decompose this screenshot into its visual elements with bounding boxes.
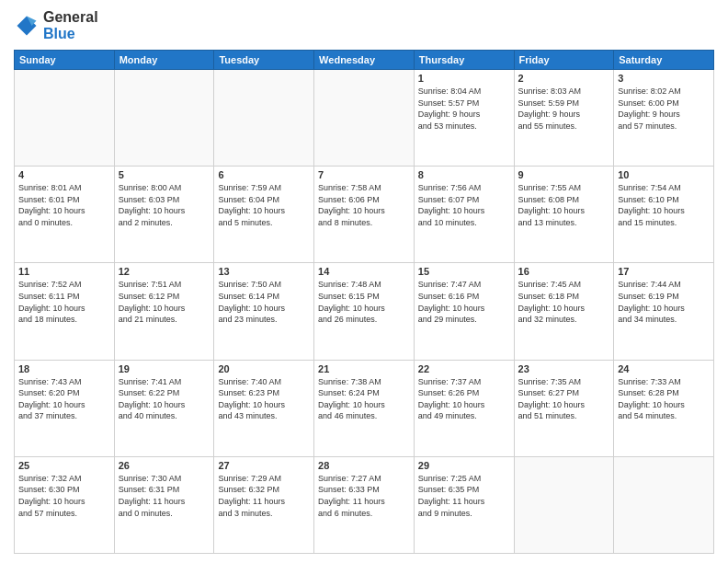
calendar-week-1: 4Sunrise: 8:01 AM Sunset: 6:01 PM Daylig… [15,167,714,263]
calendar-cell [114,70,214,167]
calendar-cell [214,70,314,167]
day-number: 27 [218,460,310,471]
calendar-cell: 12Sunrise: 7:51 AM Sunset: 6:12 PM Dayli… [114,263,214,360]
calendar-cell: 26Sunrise: 7:30 AM Sunset: 6:31 PM Dayli… [114,456,214,553]
calendar-cell: 16Sunrise: 7:45 AM Sunset: 6:18 PM Dayli… [514,263,614,360]
day-info: Sunrise: 7:38 AM Sunset: 6:24 PM Dayligh… [318,376,410,422]
day-number: 3 [618,73,710,84]
day-number: 5 [119,169,210,180]
day-number: 24 [618,363,710,374]
day-number: 4 [18,169,110,180]
day-number: 1 [418,73,510,84]
day-info: Sunrise: 8:01 AM Sunset: 6:01 PM Dayligh… [18,182,110,228]
calendar-cell: 25Sunrise: 7:32 AM Sunset: 6:30 PM Dayli… [15,456,115,553]
day-info: Sunrise: 7:29 AM Sunset: 6:32 PM Dayligh… [218,473,310,519]
svg-marker-0 [17,17,37,36]
calendar-cell: 2Sunrise: 8:03 AM Sunset: 5:59 PM Daylig… [514,70,614,167]
calendar-cell: 11Sunrise: 7:52 AM Sunset: 6:11 PM Dayli… [15,263,115,360]
day-number: 8 [418,169,510,180]
day-number: 18 [18,363,110,374]
weekday-header-monday: Monday [114,51,214,70]
day-number: 21 [318,363,410,374]
calendar-cell: 14Sunrise: 7:48 AM Sunset: 6:15 PM Dayli… [314,263,415,360]
day-info: Sunrise: 7:56 AM Sunset: 6:07 PM Dayligh… [418,182,510,228]
calendar-cell [514,456,614,553]
day-info: Sunrise: 7:55 AM Sunset: 6:08 PM Dayligh… [518,182,610,228]
calendar-cell: 4Sunrise: 8:01 AM Sunset: 6:01 PM Daylig… [15,167,115,263]
page: General Blue SundayMondayTuesdayWednesda… [0,0,728,563]
day-number: 9 [518,169,610,180]
logo-icon [14,13,40,39]
day-info: Sunrise: 7:44 AM Sunset: 6:19 PM Dayligh… [618,279,710,325]
day-info: Sunrise: 7:32 AM Sunset: 6:30 PM Dayligh… [18,473,110,519]
day-info: Sunrise: 7:52 AM Sunset: 6:11 PM Dayligh… [18,279,110,325]
day-number: 20 [218,363,310,374]
day-number: 6 [218,169,310,180]
calendar-cell: 9Sunrise: 7:55 AM Sunset: 6:08 PM Daylig… [514,167,614,263]
day-info: Sunrise: 8:02 AM Sunset: 6:00 PM Dayligh… [618,86,710,132]
day-number: 22 [418,363,510,374]
day-number: 23 [518,363,610,374]
day-info: Sunrise: 7:25 AM Sunset: 6:35 PM Dayligh… [418,473,510,519]
calendar-cell: 29Sunrise: 7:25 AM Sunset: 6:35 PM Dayli… [414,456,514,553]
calendar-cell: 18Sunrise: 7:43 AM Sunset: 6:20 PM Dayli… [15,360,115,456]
day-number: 10 [618,169,710,180]
day-number: 16 [518,266,610,277]
day-info: Sunrise: 7:40 AM Sunset: 6:23 PM Dayligh… [218,376,310,422]
weekday-header-thursday: Thursday [414,51,514,70]
day-info: Sunrise: 7:58 AM Sunset: 6:06 PM Dayligh… [318,182,410,228]
calendar-cell: 8Sunrise: 7:56 AM Sunset: 6:07 PM Daylig… [414,167,514,263]
day-info: Sunrise: 7:43 AM Sunset: 6:20 PM Dayligh… [18,376,110,422]
day-number: 12 [119,266,210,277]
header: General Blue [14,9,714,42]
calendar-table: SundayMondayTuesdayWednesdayThursdayFrid… [14,50,714,554]
day-info: Sunrise: 7:30 AM Sunset: 6:31 PM Dayligh… [119,473,210,519]
day-number: 25 [18,460,110,471]
day-number: 13 [218,266,310,277]
weekday-header-friday: Friday [514,51,614,70]
day-number: 2 [518,73,610,84]
day-info: Sunrise: 8:04 AM Sunset: 5:57 PM Dayligh… [418,86,510,132]
calendar-cell: 15Sunrise: 7:47 AM Sunset: 6:16 PM Dayli… [414,263,514,360]
day-number: 7 [318,169,410,180]
calendar-cell: 22Sunrise: 7:37 AM Sunset: 6:26 PM Dayli… [414,360,514,456]
weekday-header-saturday: Saturday [614,51,714,70]
day-info: Sunrise: 7:33 AM Sunset: 6:28 PM Dayligh… [618,376,710,422]
day-number: 26 [119,460,210,471]
day-info: Sunrise: 8:00 AM Sunset: 6:03 PM Dayligh… [119,182,210,228]
calendar-cell: 13Sunrise: 7:50 AM Sunset: 6:14 PM Dayli… [214,263,314,360]
day-number: 28 [318,460,410,471]
calendar-cell: 7Sunrise: 7:58 AM Sunset: 6:06 PM Daylig… [314,167,415,263]
day-info: Sunrise: 8:03 AM Sunset: 5:59 PM Dayligh… [518,86,610,132]
weekday-header-sunday: Sunday [15,51,115,70]
weekday-header-tuesday: Tuesday [214,51,314,70]
logo-text: General Blue [43,9,98,42]
weekday-header-wednesday: Wednesday [314,51,415,70]
day-info: Sunrise: 7:54 AM Sunset: 6:10 PM Dayligh… [618,182,710,228]
day-number: 19 [119,363,210,374]
calendar-cell: 21Sunrise: 7:38 AM Sunset: 6:24 PM Dayli… [314,360,415,456]
day-info: Sunrise: 7:27 AM Sunset: 6:33 PM Dayligh… [318,473,410,519]
day-number: 29 [418,460,510,471]
calendar-week-2: 11Sunrise: 7:52 AM Sunset: 6:11 PM Dayli… [15,263,714,360]
day-info: Sunrise: 7:59 AM Sunset: 6:04 PM Dayligh… [218,182,310,228]
day-info: Sunrise: 7:37 AM Sunset: 6:26 PM Dayligh… [418,376,510,422]
calendar-cell: 10Sunrise: 7:54 AM Sunset: 6:10 PM Dayli… [614,167,714,263]
day-number: 11 [18,266,110,277]
day-info: Sunrise: 7:50 AM Sunset: 6:14 PM Dayligh… [218,279,310,325]
calendar-cell: 27Sunrise: 7:29 AM Sunset: 6:32 PM Dayli… [214,456,314,553]
day-number: 14 [318,266,410,277]
day-info: Sunrise: 7:51 AM Sunset: 6:12 PM Dayligh… [119,279,210,325]
calendar-week-3: 18Sunrise: 7:43 AM Sunset: 6:20 PM Dayli… [15,360,714,456]
day-info: Sunrise: 7:41 AM Sunset: 6:22 PM Dayligh… [119,376,210,422]
calendar-cell: 3Sunrise: 8:02 AM Sunset: 6:00 PM Daylig… [614,70,714,167]
calendar-header-row: SundayMondayTuesdayWednesdayThursdayFrid… [15,51,714,70]
calendar-cell: 28Sunrise: 7:27 AM Sunset: 6:33 PM Dayli… [314,456,415,553]
calendar-week-4: 25Sunrise: 7:32 AM Sunset: 6:30 PM Dayli… [15,456,714,553]
calendar-cell: 17Sunrise: 7:44 AM Sunset: 6:19 PM Dayli… [614,263,714,360]
day-info: Sunrise: 7:48 AM Sunset: 6:15 PM Dayligh… [318,279,410,325]
logo: General Blue [14,9,98,42]
calendar-cell: 19Sunrise: 7:41 AM Sunset: 6:22 PM Dayli… [114,360,214,456]
calendar-cell: 23Sunrise: 7:35 AM Sunset: 6:27 PM Dayli… [514,360,614,456]
calendar-cell: 6Sunrise: 7:59 AM Sunset: 6:04 PM Daylig… [214,167,314,263]
